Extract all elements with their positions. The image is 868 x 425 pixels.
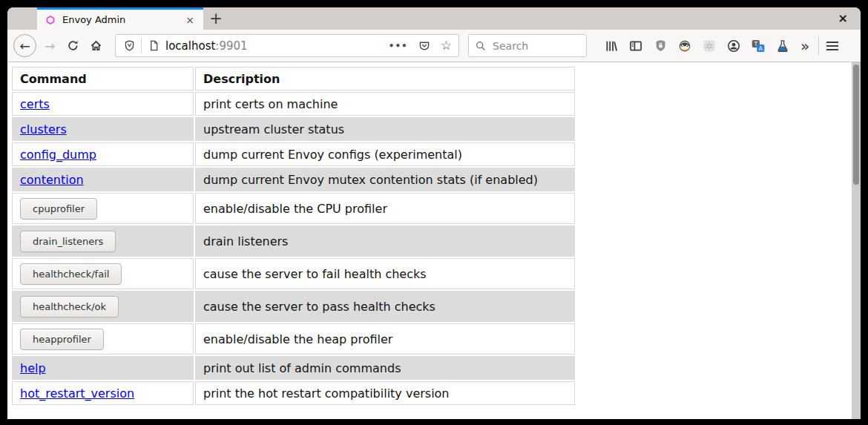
flask-extension-icon[interactable] — [776, 39, 789, 53]
tab-close-icon[interactable]: × — [183, 15, 197, 25]
table-row: heapprofiler enable/disable the heap pro… — [12, 323, 575, 355]
column-header-command: Command — [12, 67, 194, 90]
translate-extension-icon[interactable]: T A — [752, 39, 765, 53]
page-info-icon[interactable] — [147, 39, 160, 53]
navigation-toolbar: ← → — [7, 30, 861, 62]
toolbar-separator — [818, 36, 819, 55]
search-bar[interactable] — [468, 34, 587, 57]
urlbar-actions: ••• ☆ — [389, 39, 452, 53]
table-row: healthcheck/fail cause the server to fai… — [12, 258, 575, 289]
table-row: drain_listeners drain listeners — [12, 225, 575, 257]
search-input[interactable] — [491, 39, 580, 53]
admin-commands-table: Command Description certs print certs on… — [10, 65, 576, 406]
command-description: upstream cluster status — [195, 117, 575, 141]
new-tab-button[interactable]: + — [203, 7, 228, 30]
command-description: drain listeners — [195, 225, 575, 257]
command-description: enable/disable the CPU profiler — [195, 193, 575, 224]
command-link-clusters[interactable]: clusters — [20, 122, 67, 136]
command-button-cpuprofiler[interactable]: cpuprofiler — [20, 198, 97, 220]
tab-bar: Envoy Admin × + × — [7, 7, 861, 30]
command-description: print the hot restart compatibility vers… — [195, 381, 575, 405]
reload-button[interactable] — [63, 39, 82, 52]
scrollbar-thumb[interactable] — [853, 65, 859, 185]
back-button[interactable]: ← — [13, 34, 36, 57]
browser-window: Envoy Admin × + × ← → — [7, 7, 861, 419]
table-row: hot_restart_version print the hot restar… — [12, 381, 575, 405]
account-icon[interactable] — [727, 39, 740, 53]
tab-envoy-admin[interactable]: Envoy Admin × — [37, 7, 203, 30]
command-button-heapprofiler[interactable]: heapprofiler — [20, 329, 104, 350]
command-description: dump current Envoy configs (experimental… — [195, 142, 575, 166]
table-row: config_dump dump current Envoy configs (… — [12, 142, 575, 166]
tab-title: Envoy Admin — [62, 14, 178, 25]
pocket-icon[interactable] — [418, 39, 431, 53]
app-menu-button[interactable] — [826, 42, 838, 50]
page-content: Command Description certs print certs on… — [7, 62, 861, 419]
table-header-row: Command Description — [12, 67, 575, 90]
urlbar-separator — [141, 39, 142, 53]
command-description: cause the server to fail health checks — [195, 258, 575, 289]
toolbar-icon-strip: T A » — [605, 39, 809, 53]
search-icon — [475, 39, 486, 53]
command-link-contention[interactable]: contention — [20, 173, 84, 187]
table-row: clusters upstream cluster status — [12, 117, 575, 141]
command-link-certs[interactable]: certs — [20, 97, 50, 111]
table-row: help print out list of admin commands — [12, 356, 575, 380]
command-button-healthcheck-fail[interactable]: healthcheck/fail — [20, 263, 122, 285]
command-description: print out list of admin commands — [195, 356, 575, 380]
home-button[interactable] — [86, 39, 105, 52]
library-icon[interactable] — [605, 39, 618, 53]
command-description: enable/disable the heap profiler — [195, 323, 575, 355]
shield-lock-extension-icon[interactable] — [654, 39, 667, 53]
tabbar-empty-area — [228, 7, 838, 30]
sidebar-toggle-icon[interactable] — [629, 39, 642, 53]
content-scrollbar[interactable] — [852, 62, 861, 419]
page-actions-icon[interactable]: ••• — [389, 41, 408, 51]
table-row: healthcheck/ok cause the server to pass … — [12, 291, 575, 322]
forward-button[interactable]: → — [40, 39, 59, 53]
tracking-protection-shield-icon[interactable] — [122, 39, 136, 53]
command-button-drain-listeners[interactable]: drain_listeners — [20, 231, 116, 252]
bookmark-star-icon[interactable]: ☆ — [441, 39, 452, 52]
command-description: dump current Envoy mutex contention stat… — [195, 168, 575, 191]
command-description: print certs on machine — [195, 92, 575, 116]
envoy-favicon-icon — [44, 13, 57, 27]
window-close-button[interactable]: × — [838, 13, 848, 24]
table-row: cpuprofiler enable/disable the CPU profi… — [12, 193, 575, 224]
command-button-healthcheck-ok[interactable]: healthcheck/ok — [20, 296, 119, 317]
url-text: localhost:9901 — [165, 39, 248, 53]
svg-text:A: A — [759, 45, 763, 51]
url-bar[interactable]: localhost:9901 ••• ☆ — [115, 34, 459, 57]
url-host: localhost — [165, 39, 215, 53]
command-description: cause the server to pass health checks — [195, 291, 575, 322]
overflow-menu-icon[interactable]: » — [800, 39, 809, 53]
command-link-config-dump[interactable]: config_dump — [20, 148, 96, 162]
table-row: certs print certs on machine — [12, 92, 575, 116]
disabled-extension-icon[interactable] — [703, 39, 716, 53]
table-row: contention dump current Envoy mutex cont… — [12, 168, 575, 191]
column-header-description: Description — [195, 67, 575, 90]
badger-extension-icon[interactable] — [678, 39, 691, 53]
tabbar-left-spacer — [7, 7, 37, 30]
command-link-hot-restart-version[interactable]: hot_restart_version — [20, 386, 134, 401]
url-port: :9901 — [215, 39, 247, 53]
command-link-help[interactable]: help — [20, 361, 46, 375]
